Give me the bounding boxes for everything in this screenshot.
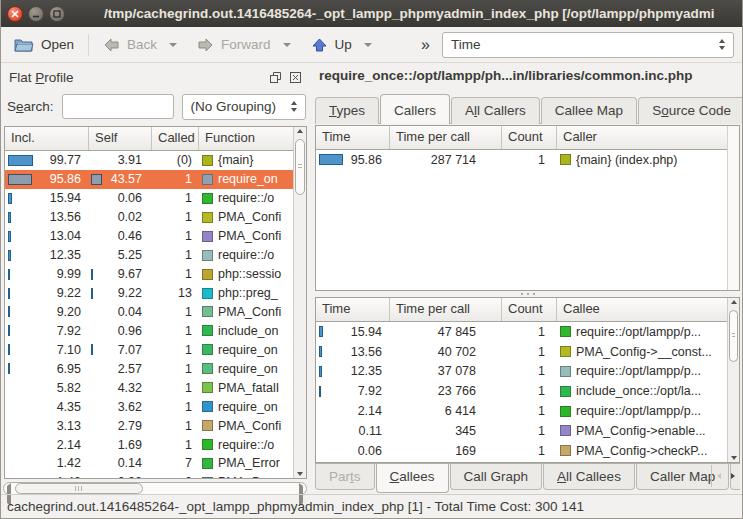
tab-callee-map[interactable]: Callee Map xyxy=(541,97,637,124)
function-color-icon xyxy=(202,420,213,431)
table-row[interactable]: 4.35 3.62 1 require_on xyxy=(5,397,293,416)
scroll-down-arrow[interactable] xyxy=(728,456,739,460)
function-color-icon xyxy=(202,477,213,478)
table-row[interactable]: 15.94 47 845 1 require::/opt/lampp/p... xyxy=(316,322,727,342)
dock-float-button[interactable] xyxy=(268,70,282,84)
scrollbar-gutter xyxy=(727,126,739,290)
tab-source-code[interactable]: Source Code xyxy=(638,97,743,124)
callees-table: Time Time per call Count Callee 15.94 47… xyxy=(315,297,740,463)
column-header-time[interactable]: Time xyxy=(316,126,390,149)
maximize-icon xyxy=(53,10,61,18)
table-row[interactable]: 12.35 5.25 1 require::/o xyxy=(5,246,293,265)
column-header-incl[interactable]: Incl. xyxy=(5,127,89,150)
table-row[interactable]: 2.14 1.69 1 require::/o xyxy=(5,435,293,454)
tab-all-callees[interactable]: All Callees xyxy=(543,463,635,490)
table-row-selected[interactable]: 95.86 43.57 1 require_on xyxy=(5,170,293,189)
arrow-right-icon xyxy=(197,37,214,53)
scroll-up-arrow[interactable] xyxy=(728,300,739,304)
toolbar-overflow-chevron[interactable]: » xyxy=(417,36,434,54)
table-row[interactable]: 6.95 2.57 1 require_on xyxy=(5,359,293,378)
column-header-function[interactable]: Function xyxy=(199,127,293,150)
tab-scroll-buttons xyxy=(711,465,740,487)
spinner-arrows-icon xyxy=(711,39,725,50)
table-row[interactable]: 15.94 0.06 1 require::/o xyxy=(5,189,293,208)
column-header-caller[interactable]: Caller xyxy=(557,126,727,149)
event-type-value: Time xyxy=(451,37,481,52)
table-row[interactable]: 1.40 0.02 2 PMA_B xyxy=(5,473,293,478)
table-row[interactable]: 0.06 169 1 PMA_Config->checkP... xyxy=(316,441,727,461)
grouping-select[interactable]: (No Grouping) xyxy=(182,94,306,120)
function-color-icon xyxy=(202,231,213,242)
window-maximize-button[interactable] xyxy=(49,6,65,22)
table-row[interactable]: 9.20 0.04 1 PMA_Confi xyxy=(5,303,293,322)
table-row[interactable]: 7.92 0.96 1 include_on xyxy=(5,321,293,340)
table-row[interactable]: 3.13 2.79 1 PMA_Confi xyxy=(5,416,293,435)
table-row[interactable]: 13.56 0.02 1 PMA_Confi xyxy=(5,208,293,227)
table-row[interactable]: 12.35 37 078 1 require::/opt/lampp/p... xyxy=(316,362,727,382)
vertical-scrollbar[interactable] xyxy=(727,298,739,462)
function-color-icon xyxy=(560,445,571,456)
window-minimize-button[interactable] xyxy=(28,6,44,22)
minimize-icon xyxy=(32,10,40,18)
bottom-tab-bar: Parts Callees Call Graph All Callees Cal… xyxy=(315,463,740,494)
function-color-icon xyxy=(560,366,571,377)
tab-callees[interactable]: Callees xyxy=(376,463,449,493)
up-label: Up xyxy=(335,37,352,52)
function-color-icon xyxy=(202,155,213,166)
table-row[interactable]: 0.11 345 1 PMA_Config->enable... xyxy=(316,421,727,441)
vertical-scrollbar[interactable] xyxy=(293,127,306,478)
function-color-icon xyxy=(202,174,213,185)
event-type-select[interactable]: Time xyxy=(442,32,734,58)
function-color-icon xyxy=(202,363,213,374)
toolbar-separator xyxy=(88,34,89,56)
top-tab-bar: Types Callers All Callers Callee Map Sou… xyxy=(315,89,740,124)
search-row: Search: (No Grouping) xyxy=(1,89,310,124)
column-header-count[interactable]: Count xyxy=(502,126,557,149)
column-header-called[interactable]: Called xyxy=(152,127,199,150)
column-header-callee[interactable]: Callee xyxy=(557,298,727,321)
table-row[interactable]: 95.86 287 714 1 {main} (index.php) xyxy=(316,150,727,170)
close-box-icon xyxy=(289,71,302,84)
table-row[interactable]: 5.82 4.32 1 PMA_fatalI xyxy=(5,378,293,397)
tab-scroll-right-arrow[interactable] xyxy=(726,465,740,487)
open-button[interactable]: Open xyxy=(9,33,79,56)
tab-callers[interactable]: Callers xyxy=(380,94,450,124)
up-button[interactable]: Up xyxy=(306,34,357,56)
up-dropdown[interactable] xyxy=(364,43,372,47)
table-row[interactable]: 9.99 9.67 1 php::sessio xyxy=(5,265,293,284)
scroll-up-arrow[interactable] xyxy=(294,129,306,133)
search-input[interactable] xyxy=(62,94,174,119)
dock-close-button[interactable] xyxy=(288,70,302,84)
tab-call-graph[interactable]: Call Graph xyxy=(450,463,543,490)
float-icon xyxy=(269,71,282,84)
tab-types[interactable]: Types xyxy=(315,97,379,124)
function-color-icon xyxy=(202,439,213,450)
column-header-self[interactable]: Self xyxy=(89,127,152,150)
scrollbar-thumb[interactable] xyxy=(729,310,738,362)
selected-function-title: require_once::/opt/lampp/ph...in/librari… xyxy=(313,63,742,89)
table-row[interactable]: 2.14 6 414 1 require::/opt/lampp/p... xyxy=(316,401,727,421)
function-color-icon xyxy=(202,344,213,355)
tab-parts: Parts xyxy=(315,463,375,490)
table-row[interactable]: 13.56 40 702 1 PMA_Config->__const... xyxy=(316,342,727,362)
forward-history-dropdown[interactable] xyxy=(283,43,291,47)
table-row[interactable]: 7.92 23 766 1 include_once::/opt/la... xyxy=(316,381,727,401)
back-history-dropdown[interactable] xyxy=(169,43,177,47)
tab-all-callers[interactable]: All Callers xyxy=(451,97,540,124)
column-header-time-per-call[interactable]: Time per call xyxy=(390,298,502,321)
function-color-icon xyxy=(560,406,571,417)
table-row[interactable]: 9.22 9.22 13 php::preg_ xyxy=(5,284,293,303)
table-row[interactable]: 7.10 7.07 1 require_on xyxy=(5,340,293,359)
scrollbar-thumb[interactable] xyxy=(15,483,143,494)
callers-table: Time Time per call Count Caller 95.86 28… xyxy=(315,125,740,291)
table-row[interactable]: 1.42 0.14 7 PMA_Error xyxy=(5,454,293,473)
table-row[interactable]: 99.77 3.91 (0) {main} xyxy=(5,151,293,170)
search-label: Search: xyxy=(7,99,54,114)
window-close-button[interactable] xyxy=(7,6,23,22)
scrollbar-thumb[interactable] xyxy=(295,139,305,195)
table-row[interactable]: 13.04 0.46 1 PMA_Confi xyxy=(5,227,293,246)
scroll-down-arrow[interactable] xyxy=(294,472,306,476)
column-header-count[interactable]: Count xyxy=(502,298,557,321)
column-header-time-per-call[interactable]: Time per call xyxy=(390,126,502,149)
column-header-time[interactable]: Time xyxy=(316,298,390,321)
